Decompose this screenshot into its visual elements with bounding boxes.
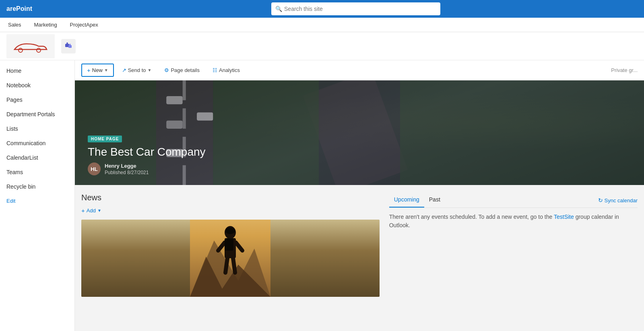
sidebar-item-teams[interactable]: Teams <box>0 165 74 179</box>
svg-point-4 <box>66 42 68 44</box>
page-details-button[interactable]: ⚙ Page details <box>159 65 204 76</box>
plus-icon-news: + <box>81 207 85 214</box>
sidebar-item-notebook[interactable]: Notebook <box>0 78 74 93</box>
new-chevron-icon: ▼ <box>104 68 108 72</box>
sidebar-edit-button[interactable]: Edit <box>0 194 74 208</box>
topbar: arePoint 🔍 <box>0 0 644 18</box>
page-details-icon: ⚙ <box>164 67 169 73</box>
tab-past[interactable]: Past <box>424 193 445 208</box>
main-layout: Home Notebook Pages Department Portals L… <box>0 60 644 331</box>
site-logo <box>6 34 55 58</box>
svg-rect-14 <box>166 121 182 129</box>
tab-upcoming[interactable]: Upcoming <box>389 193 424 208</box>
news-add-button[interactable]: + Add ▼ <box>81 207 380 214</box>
sidebar: Home Notebook Pages Department Portals L… <box>0 60 75 331</box>
sidebar-item-communication[interactable]: Communication <box>0 136 74 150</box>
add-chevron-icon: ▼ <box>97 208 101 213</box>
hero-published-date: Published 8/27/2021 <box>105 170 149 175</box>
events-column: Upcoming Past ↻ Sync calendar There aren… <box>389 193 638 297</box>
svg-rect-9 <box>183 80 186 100</box>
news-image <box>81 220 380 297</box>
sidebar-item-lists[interactable]: Lists <box>0 121 74 136</box>
news-column: News + Add ▼ <box>81 193 380 297</box>
subnav-item-marketing[interactable]: Marketing <box>33 22 59 28</box>
private-label: Private gr... <box>611 67 638 73</box>
svg-rect-10 <box>183 108 186 129</box>
hero-avatar: HL <box>88 162 101 175</box>
hero-author-name: Henry Legge <box>105 163 149 169</box>
svg-line-28 <box>233 258 235 273</box>
hero-author-row: HL Henry Legge Published 8/27/2021 <box>88 162 206 175</box>
send-icon: ↗ <box>122 67 126 73</box>
news-section-title: News <box>81 193 380 202</box>
sidebar-item-calendarlist[interactable]: CalendarList <box>0 150 74 165</box>
hero-content: HOME PAGE The Best Car Company HL Henry … <box>88 135 206 175</box>
svg-point-30 <box>225 228 235 234</box>
soldier-illustration <box>190 220 270 297</box>
two-column-section: News + Add ▼ <box>75 185 644 305</box>
hero-badge: HOME PAGE <box>88 136 122 142</box>
hero-title: The Best Car Company <box>88 146 206 158</box>
plus-icon: + <box>87 67 91 74</box>
hero-banner: HOME PAGE The Best Car Company HL Henry … <box>75 80 644 185</box>
svg-rect-13 <box>166 96 182 104</box>
svg-point-1 <box>37 48 41 52</box>
search-container: 🔍 <box>271 2 440 15</box>
hero-author-info: Henry Legge Published 8/27/2021 <box>105 163 149 175</box>
subnav-item-sales[interactable]: Sales <box>6 22 23 28</box>
events-empty-message: There aren't any events scheduled. To ad… <box>389 213 638 230</box>
content-area: + New ▼ ↗ Send to ▼ ⚙ Page details ☷ Ana… <box>75 60 644 331</box>
search-input[interactable] <box>271 2 440 15</box>
sidebar-item-pages[interactable]: Pages <box>0 93 74 107</box>
logo-row <box>0 32 644 60</box>
analytics-button[interactable]: ☷ Analytics <box>208 65 245 76</box>
sidebar-item-recycle-bin[interactable]: Recycle bin <box>0 179 74 194</box>
toolbar: + New ▼ ↗ Send to ▼ ⚙ Page details ☷ Ana… <box>75 60 644 80</box>
sync-icon: ↻ <box>598 197 603 204</box>
svg-point-5 <box>69 43 70 45</box>
new-button[interactable]: + New ▼ <box>81 64 114 77</box>
svg-rect-16 <box>197 113 213 121</box>
svg-rect-29 <box>225 238 233 251</box>
analytics-icon: ☷ <box>213 67 217 73</box>
sync-calendar-button[interactable]: ↻ Sync calendar <box>598 197 638 204</box>
testsite-link[interactable]: TestSite <box>554 214 574 220</box>
svg-rect-3 <box>68 45 72 48</box>
svg-line-27 <box>225 258 227 273</box>
send-to-chevron-icon: ▼ <box>148 68 152 72</box>
sidebar-item-home[interactable]: Home <box>0 64 74 78</box>
subnav-item-projectapex[interactable]: ProjectApex <box>68 22 100 28</box>
sidebar-item-department-portals[interactable]: Department Portals <box>0 107 74 121</box>
app-title: arePoint <box>6 5 32 12</box>
send-to-button[interactable]: ↗ Send to ▼ <box>117 65 157 76</box>
teams-icon-button[interactable] <box>61 39 76 53</box>
svg-rect-18 <box>213 80 319 185</box>
svg-rect-19 <box>400 80 644 185</box>
subnav: Sales Marketing ProjectApex <box>0 18 644 32</box>
events-tabs-row: Upcoming Past ↻ Sync calendar <box>389 193 638 208</box>
svg-point-0 <box>19 48 23 52</box>
